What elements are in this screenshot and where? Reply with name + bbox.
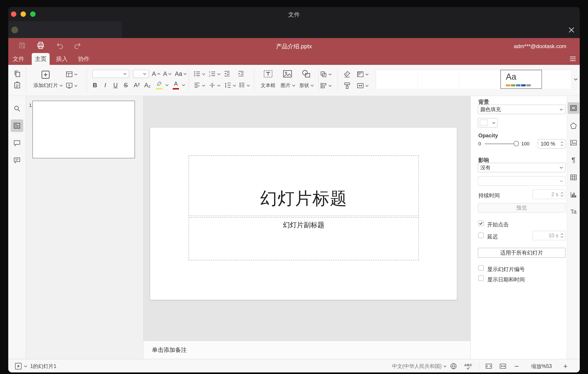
duration-spinner[interactable]: 2 s — [533, 190, 566, 199]
theme-item-3[interactable] — [459, 70, 501, 89]
tab-collaboration[interactable]: 协作 — [75, 53, 93, 65]
header-menu-button[interactable] — [568, 54, 578, 64]
close-dialog-button[interactable] — [566, 25, 577, 35]
add-slide-button[interactable] — [40, 69, 51, 80]
slide-thumbnail[interactable] — [32, 101, 135, 158]
zoom-out-button[interactable]: − — [512, 362, 521, 371]
zoom-in-button[interactable]: + — [561, 362, 570, 371]
opacity-spinner[interactable]: 100 % — [538, 139, 566, 149]
vertical-align-arrow[interactable] — [217, 82, 221, 89]
effect-variant-select[interactable] — [478, 176, 566, 186]
undo-button[interactable] — [55, 41, 65, 50]
theme-item-5[interactable] — [542, 70, 572, 89]
traffic-close-button[interactable] — [11, 11, 16, 17]
slides-panel-button[interactable] — [11, 120, 23, 132]
slide[interactable]: 幻灯片标题 幻灯片副标题 — [150, 127, 457, 300]
comments-button[interactable] — [12, 138, 22, 149]
redo-button[interactable] — [72, 41, 82, 50]
theme-item-selected[interactable]: Aa — [500, 70, 542, 89]
tab-insert[interactable]: 插入 — [53, 53, 71, 65]
slide-settings-button[interactable] — [568, 102, 579, 114]
paragraph-settings-button[interactable]: ¶ — [568, 155, 578, 165]
slide-layout-button[interactable] — [64, 70, 79, 79]
bullet-list-button[interactable] — [193, 69, 201, 78]
columns-arrow[interactable] — [246, 82, 250, 89]
table-settings-button[interactable] — [568, 173, 578, 182]
add-slide-label-button[interactable]: 添加幻灯片 — [29, 82, 67, 89]
horizontal-align-arrow[interactable] — [201, 82, 206, 89]
image-settings-button[interactable] — [568, 138, 578, 148]
insert-textbox-button[interactable] — [263, 68, 273, 79]
traffic-minimize-button[interactable] — [21, 11, 26, 17]
line-spacing-arrow[interactable] — [232, 82, 236, 89]
start-on-click-checkbox[interactable] — [478, 220, 484, 226]
clear-style-button[interactable] — [342, 70, 352, 79]
underline-button[interactable]: U — [111, 81, 120, 90]
spellcheck-button[interactable]: ABC — [463, 361, 473, 371]
highlight-color-button[interactable] — [154, 80, 164, 90]
show-date-time-checkbox[interactable] — [478, 275, 484, 281]
font-color-arrow[interactable] — [181, 81, 185, 89]
insert-image-button[interactable] — [282, 68, 293, 79]
copy-style-button[interactable] — [342, 81, 352, 90]
font-size-select[interactable] — [133, 70, 149, 78]
line-spacing-button[interactable] — [223, 81, 232, 90]
search-button[interactable] — [12, 103, 22, 114]
effect-select[interactable]: 没有 — [478, 163, 566, 172]
columns-button[interactable] — [237, 81, 246, 90]
opacity-slider-track[interactable] — [484, 143, 518, 144]
change-case-button[interactable]: Aa — [174, 70, 188, 78]
fit-width-button[interactable] — [498, 362, 507, 371]
language-selector[interactable]: 中文(中华人民共和国) — [377, 362, 442, 370]
superscript-button[interactable]: A² — [132, 81, 142, 90]
print-button[interactable] — [36, 41, 46, 50]
numbered-list-arrow[interactable] — [217, 70, 221, 78]
slideshow-options-arrow[interactable] — [23, 362, 28, 370]
numbered-list-button[interactable] — [208, 69, 217, 78]
font-name-select[interactable] — [93, 70, 129, 78]
start-slideshow-button[interactable] — [64, 81, 79, 90]
insert-shape-label-button[interactable]: 形状 — [295, 82, 318, 89]
shape-settings-button[interactable] — [568, 121, 578, 131]
opacity-slider-knob[interactable] — [514, 141, 519, 146]
strikethrough-button[interactable]: S — [122, 81, 130, 90]
arrange-shape-button[interactable] — [318, 70, 333, 79]
theme-item-2[interactable] — [418, 70, 459, 89]
color-scheme-button[interactable] — [355, 70, 370, 79]
apply-to-all-slides-button[interactable]: 适用于所有幻灯片 — [478, 248, 566, 258]
language-arrow[interactable] — [442, 362, 447, 370]
text-art-settings-button[interactable]: Ta — [568, 207, 578, 217]
document-language-button[interactable] — [449, 362, 458, 371]
subtitle-placeholder[interactable]: 幻灯片副标题 — [189, 217, 419, 260]
increase-font-button[interactable]: A — [151, 70, 161, 78]
decrease-font-button[interactable]: A — [162, 70, 172, 78]
tab-file[interactable]: 文件 — [10, 53, 28, 65]
editor-canvas[interactable]: 幻灯片标题 幻灯片副标题 — [143, 96, 471, 341]
bullet-list-arrow[interactable] — [201, 70, 206, 78]
copy-button[interactable] — [12, 69, 22, 78]
tab-home[interactable]: 主页 — [32, 53, 50, 65]
highlight-color-arrow[interactable] — [165, 81, 169, 89]
spinner-arrows[interactable] — [560, 233, 563, 238]
theme-gallery-expand-button[interactable] — [573, 75, 579, 84]
italic-button[interactable]: I — [101, 81, 109, 90]
delay-spinner[interactable]: 10 s — [533, 231, 566, 240]
insert-shape-button[interactable] — [301, 68, 311, 79]
background-color-select[interactable] — [478, 118, 497, 128]
bold-button[interactable]: B — [91, 81, 99, 90]
show-slide-number-checkbox[interactable] — [478, 265, 484, 271]
background-fill-select[interactable]: 颜色填充 — [478, 105, 566, 114]
theme-item-1[interactable] — [376, 70, 418, 89]
preview-button[interactable]: 预览 — [478, 203, 566, 212]
decrease-indent-button[interactable] — [222, 69, 231, 78]
start-slideshow-status-button[interactable] — [14, 362, 23, 371]
align-shape-button[interactable] — [318, 81, 333, 90]
fit-slide-button[interactable] — [484, 362, 493, 371]
horizontal-align-button[interactable] — [193, 81, 201, 90]
delay-checkbox[interactable] — [478, 233, 484, 238]
spinner-arrows[interactable] — [560, 142, 563, 146]
spinner-arrows[interactable] — [560, 192, 563, 197]
increase-indent-button[interactable] — [237, 69, 245, 78]
slide-size-button[interactable] — [355, 81, 370, 90]
save-button[interactable] — [17, 41, 27, 50]
